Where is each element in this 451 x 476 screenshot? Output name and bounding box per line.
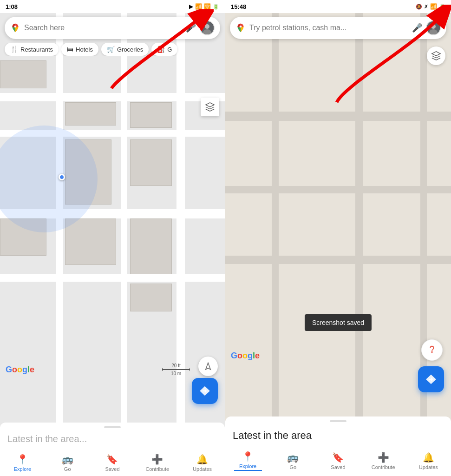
go-icon-left: 🚌 (62, 454, 73, 465)
category-groceries[interactable]: 🛒 Groceries (101, 43, 149, 56)
status-bar-left: 1:08 ▶ 📶 🛜 🔋 (0, 0, 225, 13)
status-icons-left: ▶ 📶 🛜 🔋 (189, 3, 219, 10)
categories-left: 🍴 Restaurants 🛏 Hotels 🛒 Groceries ⛽ G (0, 43, 225, 56)
go-label-left: Go (64, 466, 71, 472)
scale-text-bottom-left: 10 m (162, 371, 190, 376)
map-right (225, 0, 451, 476)
scale-line-outer-left (162, 369, 190, 370)
mic-icon-right[interactable]: 🎤 (412, 23, 422, 33)
contribute-icon-right: ➕ (378, 452, 389, 463)
battery-icon-right: 🔋 (439, 4, 445, 10)
category-gas[interactable]: ⛽ G (151, 43, 177, 56)
layer-button-right[interactable] (427, 46, 445, 65)
updates-label-left: Updates (193, 466, 212, 472)
updates-icon-right: 🔔 (423, 452, 434, 463)
svg-point-5 (240, 26, 242, 28)
no-call-icon: ✗ (424, 4, 428, 10)
gas-label: G (167, 46, 172, 53)
status-time-left: 1:08 (6, 3, 18, 10)
scale-bar-left: 20 ft 10 m (162, 363, 190, 376)
saved-icon-right: 🔖 (332, 452, 344, 463)
maps-logo-left (10, 23, 20, 33)
avatar-left[interactable] (200, 20, 215, 35)
road (176, 0, 185, 476)
search-bar-right[interactable]: Try petrol stations, cash ma... 🎤 (230, 17, 446, 39)
battery-icon: 🔋 (213, 4, 219, 10)
maps-logo-right (235, 23, 246, 33)
building (0, 60, 46, 88)
saved-icon-left: 🔖 (106, 454, 118, 465)
status-bar-right: 15:48 🔕 ✗ 📶 🔋 (225, 0, 451, 13)
bottom-handle-right (330, 420, 346, 422)
nav-saved-left[interactable]: 🔖 Saved (98, 454, 126, 472)
category-hotels[interactable]: 🛏 Hotels (61, 43, 98, 56)
building (130, 139, 172, 186)
scale-text-top-left: 20 ft (162, 363, 190, 368)
mic-icon-left[interactable]: 🎤 (186, 23, 196, 33)
directions-fab-left[interactable] (192, 378, 218, 404)
contribute-label-right: Contribute (372, 464, 395, 470)
restaurants-label: Restaurants (20, 46, 53, 53)
question-fab-right[interactable] (421, 339, 443, 361)
signal-icon-right: 📶 (430, 3, 437, 10)
building (65, 218, 116, 265)
hotels-icon: 🛏 (67, 46, 73, 53)
category-restaurants[interactable]: 🍴 Restaurants (5, 43, 59, 56)
road-rv3 (420, 0, 427, 476)
building (65, 102, 116, 126)
navigation-button-left[interactable] (198, 357, 218, 376)
layer-button-left[interactable] (201, 98, 219, 116)
latest-text-left: Latest in the area... (0, 432, 225, 450)
avatar-right[interactable] (426, 20, 441, 35)
svg-point-9 (431, 352, 433, 353)
go-label-right: Go (289, 464, 296, 470)
svg-rect-10 (431, 351, 433, 352)
question-icon-right (427, 345, 437, 355)
status-icons-right: 🔕 ✗ 📶 🔋 (416, 3, 445, 10)
mute-icon: 🔕 (416, 4, 422, 10)
svg-point-2 (205, 24, 209, 29)
toast-right: Screenshot saved (305, 314, 372, 331)
explore-icon-right: 📍 (242, 451, 254, 462)
contribute-label-left: Contribute (145, 466, 169, 472)
svg-point-7 (431, 24, 436, 29)
navigate-icon-left (204, 362, 212, 370)
layers-icon-left (205, 102, 215, 112)
nav-saved-right[interactable]: 🔖 Saved (324, 452, 352, 470)
groceries-label: Groceries (117, 46, 143, 53)
directions-icon-left (199, 385, 211, 397)
avatar-image-left (201, 21, 214, 34)
bottom-panel-right: Latest in the area 📍 Explore 🚌 Go 🔖 Save… (225, 416, 451, 476)
road (121, 0, 127, 476)
toast-text-right: Screenshot saved (312, 319, 364, 326)
road-r1 (225, 112, 451, 121)
road-r2 (225, 186, 451, 193)
search-bar-left[interactable]: Search here 🎤 (5, 17, 220, 39)
bottom-panel-left: Latest in the area... 📍 Explore 🚌 Go 🔖 S… (0, 423, 225, 476)
latest-text-right: Latest in the area (225, 426, 451, 447)
updates-label-right: Updates (419, 464, 438, 470)
nav-updates-left[interactable]: 🔔 Updates (189, 454, 216, 472)
nav-contribute-left[interactable]: ➕ Contribute (144, 454, 171, 472)
gas-icon: ⛽ (157, 46, 165, 53)
map-left (0, 0, 225, 476)
phone-left: 1:08 ▶ 📶 🛜 🔋 Search here 🎤 (0, 0, 225, 476)
building (130, 102, 172, 128)
search-placeholder-right: Try petrol stations, cash ma... (249, 24, 412, 32)
nav-go-left[interactable]: 🚌 Go (53, 454, 81, 472)
location-status-icon: ▶ (189, 3, 193, 10)
nav-explore-right[interactable]: 📍 Explore (234, 451, 262, 471)
nav-contribute-right[interactable]: ➕ Contribute (369, 452, 397, 470)
nav-updates-right[interactable]: 🔔 Updates (414, 452, 442, 470)
building (130, 284, 172, 311)
directions-icon-right (425, 373, 437, 385)
groceries-icon: 🛒 (107, 46, 115, 53)
updates-icon-left: 🔔 (196, 454, 208, 465)
nav-explore-left[interactable]: 📍 Explore (8, 454, 36, 472)
nav-go-right[interactable]: 🚌 Go (279, 452, 307, 470)
road-rv2 (355, 0, 363, 476)
avatar-image-right (427, 21, 440, 34)
google-logo-left: Google (6, 365, 34, 375)
restaurants-icon: 🍴 (10, 46, 18, 53)
directions-fab-right[interactable] (418, 366, 444, 392)
